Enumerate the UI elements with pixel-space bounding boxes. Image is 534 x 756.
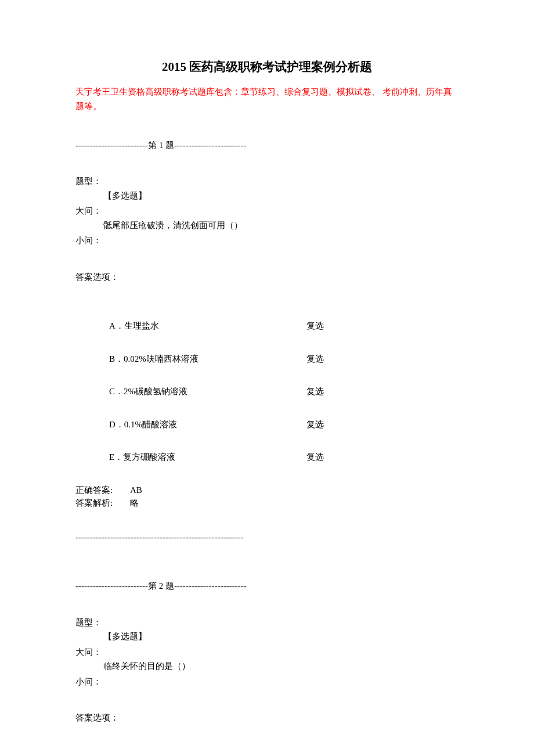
question-1-separator: -------------------------第 1 题----------…	[75, 139, 459, 152]
q2-type-label: 题型：	[75, 616, 459, 629]
q1-option-row: B．0.02%呋喃西林溶液 复选	[75, 352, 459, 366]
q1-analysis-label: 答案解析:	[75, 496, 113, 510]
q1-option-row: A．生理盐水 复选	[75, 319, 459, 333]
q1-big-label: 大问：	[75, 204, 459, 218]
q2-small-label: 小问：	[75, 675, 459, 689]
q1-option-a-check: 复选	[306, 319, 324, 333]
q1-answer-value: AB	[115, 485, 142, 495]
q1-option-row: D．0.1%醋酸溶液 复选	[75, 418, 459, 431]
q1-divider: ----------------------------------------…	[75, 531, 459, 544]
q1-small-label: 小问：	[75, 234, 459, 247]
question-2-block: 题型： 【多选题】 大问： 临终关怀的目的是（） 小问： 答案选项： A．使临终…	[75, 616, 459, 757]
question-2-separator: -------------------------第 2 题----------…	[75, 579, 459, 593]
page-title: 2015 医药高级职称考试护理案例分析题	[75, 58, 459, 77]
q1-option-c-text: C．2%碳酸氢钠溶液	[109, 385, 306, 398]
q1-option-b-text: B．0.02%呋喃西林溶液	[109, 352, 306, 366]
q1-option-e-check: 复选	[306, 451, 324, 464]
q2-big-value: 临终关怀的目的是（）	[75, 660, 459, 673]
q1-option-a-text: A．生理盐水	[109, 319, 306, 333]
q2-big-label: 大问：	[75, 646, 459, 659]
q1-option-e-text: E．复方硼酸溶液	[109, 451, 306, 464]
intro-text: 天宇考王卫生资格高级职称考试题库包含：章节练习、综合复习题、模拟试卷、 考前冲刺…	[75, 85, 459, 114]
q1-option-d-check: 复选	[306, 418, 324, 431]
q1-option-row: E．复方硼酸溶液 复选	[75, 451, 459, 464]
q2-type-value: 【多选题】	[75, 630, 459, 643]
q1-big-value: 骶尾部压疮破溃，清洗创面可用（）	[75, 219, 459, 232]
question-1-block: 题型： 【多选题】 大问： 骶尾部压疮破溃，清洗创面可用（） 小问： 答案选项：…	[75, 175, 459, 543]
q1-options-label: 答案选项：	[75, 271, 459, 284]
q1-type-value: 【多选题】	[75, 189, 459, 203]
q1-type-label: 题型：	[75, 175, 459, 188]
q1-analysis-value: 略	[115, 498, 139, 507]
q1-option-b-check: 复选	[306, 352, 324, 366]
q1-option-c-check: 复选	[306, 385, 324, 398]
q1-answer-label: 正确答案:	[75, 484, 113, 497]
q2-options-label: 答案选项：	[75, 711, 459, 725]
q1-option-row: C．2%碳酸氢钠溶液 复选	[75, 385, 459, 398]
q1-option-d-text: D．0.1%醋酸溶液	[109, 418, 306, 431]
